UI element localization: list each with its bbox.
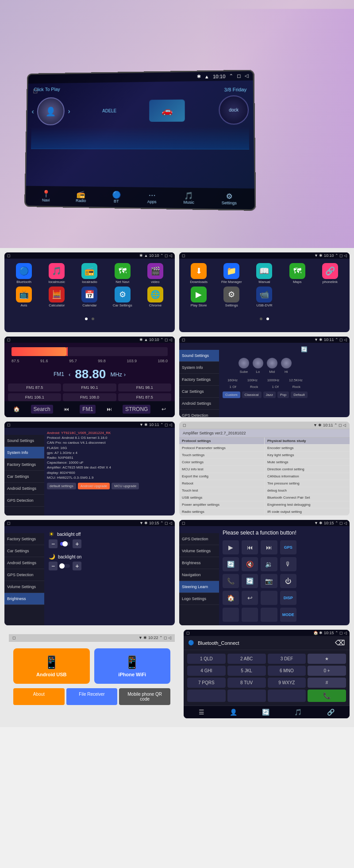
eng-cell-1l[interactable]: Protocol Parameter settings: [179, 445, 265, 451]
eng-cell-9l[interactable]: Power amplifier settings: [179, 501, 265, 508]
si-menu-car[interactable]: Car Settings: [4, 471, 44, 483]
si-menu-factory[interactable]: Factory Settings: [4, 459, 44, 471]
preset-jazz[interactable]: Jazz: [263, 391, 276, 398]
slider-off-thumb[interactable]: [62, 541, 68, 546]
st-menu-steering[interactable]: Steering Learn: [179, 581, 219, 593]
preset-6[interactable]: FM1 87.5: [118, 393, 171, 401]
radio-back[interactable]: ↩: [162, 406, 166, 412]
key-6[interactable]: 6 MNO: [268, 666, 306, 676]
preset-1[interactable]: FM1 87.5: [8, 384, 61, 391]
nav-radio[interactable]: 📻 Radio: [76, 190, 86, 203]
app-avis[interactable]: 📺 Avis: [9, 287, 39, 307]
bt-menu-icon[interactable]: ☰: [199, 709, 204, 716]
app-maps[interactable]: 🗺 Maps: [282, 263, 312, 284]
key-hash[interactable]: #: [308, 678, 346, 688]
app-chrome[interactable]: 🌐 Chrome: [140, 287, 170, 307]
br-menu-brightness[interactable]: Brightness: [4, 593, 44, 605]
st-menu-brightness[interactable]: Brightness: [179, 557, 219, 569]
gps-call[interactable]: 📞: [223, 574, 239, 588]
app-localradio[interactable]: 📻 localradio: [74, 263, 104, 284]
bt-backspace[interactable]: ⌫: [335, 639, 345, 647]
app-calculator[interactable]: 🧮 Calculator: [42, 287, 72, 307]
slider-on-minus[interactable]: −: [49, 562, 58, 570]
slider-on-thumb[interactable]: [59, 563, 65, 569]
eng-cell-8r[interactable]: Bluetooth Connect Pair Set: [265, 494, 350, 501]
bt-sync-icon[interactable]: 🔄: [262, 709, 269, 716]
eng-cell-6l[interactable]: Reboot: [179, 480, 265, 487]
tab-qr-code[interactable]: Mobile phone QR code: [119, 688, 170, 705]
gps-prev[interactable]: ⏮: [242, 540, 258, 554]
key-7[interactable]: 7 PQRS: [187, 678, 226, 688]
key-4[interactable]: 4 GHI: [187, 666, 226, 676]
key-2[interactable]: 2 ABC: [227, 654, 266, 664]
slider-off-minus[interactable]: −: [49, 539, 58, 548]
br-menu-volume[interactable]: Volume Settings: [4, 581, 44, 593]
bt-music-icon[interactable]: 🎵: [294, 709, 302, 716]
bt-contacts-icon[interactable]: 👤: [230, 709, 237, 716]
br-menu-gps[interactable]: GPS Detection: [4, 569, 44, 581]
br-menu-car[interactable]: Car Settings: [4, 545, 44, 557]
br-menu-factory[interactable]: Factory Settings: [4, 533, 44, 545]
mid-knob-circle[interactable]: [267, 358, 277, 368]
menu-factory[interactable]: Factory Settings: [179, 374, 219, 386]
app-calendar[interactable]: 📅 Calendar: [74, 287, 104, 307]
btn-mcu-upgrade[interactable]: MCU upgrade: [112, 483, 139, 489]
slider-on-plus[interactable]: +: [73, 562, 81, 570]
eng-cell-3r[interactable]: Mute settings: [265, 459, 350, 465]
br-menu-android[interactable]: Android Settings: [4, 557, 44, 569]
bt-link-icon[interactable]: 🔗: [327, 709, 335, 716]
prev-freq-btn[interactable]: ‹: [69, 371, 70, 378]
app-downloads[interactable]: ⬇ Downloads: [184, 263, 214, 284]
menu-sysinfo[interactable]: System Info: [179, 362, 219, 374]
gps-play[interactable]: ▶: [223, 540, 239, 554]
eng-cell-5r[interactable]: CANbus information: [265, 473, 350, 480]
eng-cell-2r[interactable]: Key light settings: [265, 452, 350, 458]
lo-knob-circle[interactable]: [253, 358, 263, 368]
key-star[interactable]: ★: [308, 654, 346, 664]
app-video[interactable]: 🎬 video: [140, 263, 170, 284]
radio-strong[interactable]: STRONG: [123, 405, 150, 414]
app-playstore[interactable]: ▶ Play Store: [184, 287, 214, 307]
gps-power[interactable]: ⏻: [280, 574, 296, 588]
gps-rotate[interactable]: 🔄: [242, 574, 258, 588]
gps-next[interactable]: ⏭: [261, 540, 277, 554]
st-menu-volume[interactable]: Volume Settings: [179, 545, 219, 557]
eng-cell-7l[interactable]: Touch test: [179, 487, 265, 494]
app-settings[interactable]: ⚙ Settings: [216, 287, 246, 307]
key-9[interactable]: 9 WXYZ: [268, 678, 306, 688]
gps-gps-btn[interactable]: GPS: [280, 540, 296, 554]
st-menu-gps[interactable]: GPS Detection: [179, 533, 219, 545]
preset-default[interactable]: Default: [291, 391, 307, 398]
tab-about[interactable]: About: [13, 688, 65, 705]
preset-pop[interactable]: Pop: [277, 391, 289, 398]
app-usbdvr[interactable]: 📹 USB-DVR: [249, 287, 279, 307]
app-phonelink[interactable]: 🔗 phonelink: [315, 263, 345, 284]
preset-classical[interactable]: Classical: [242, 391, 262, 398]
app-netnavi[interactable]: 🗺 Net Navi: [108, 263, 138, 284]
hi-knob-circle[interactable]: [281, 358, 292, 368]
eng-cell-4r[interactable]: Direction control setting: [265, 466, 350, 473]
eng-cell-7r[interactable]: debug touch: [265, 487, 350, 494]
gps-back[interactable]: ↩: [242, 591, 258, 605]
gps-camera[interactable]: 📷: [261, 574, 277, 588]
app-localmusic[interactable]: 🎵 localmusic: [42, 263, 72, 284]
brightness-home-btn[interactable]: ◻: [7, 521, 10, 525]
eng-cell-9r[interactable]: Engineering test debugging: [265, 501, 350, 508]
menu-android[interactable]: Android Settings: [179, 398, 219, 410]
preset-4[interactable]: FM1 106.1: [8, 393, 61, 401]
preset-2[interactable]: FM1 90.1: [63, 384, 116, 391]
eq-home-btn[interactable]: ◻: [182, 337, 185, 342]
preset-5[interactable]: FM1 108.0: [63, 393, 116, 401]
sube-knob-circle[interactable]: [239, 358, 249, 368]
si-menu-sysinfo[interactable]: System Info: [4, 447, 44, 459]
si-menu-gps[interactable]: GPS Detection: [4, 495, 44, 507]
eng-cell-1r[interactable]: Encoder settings: [265, 445, 350, 451]
key-8[interactable]: 8 TUV: [227, 678, 266, 688]
steering-home-btn[interactable]: ◻: [182, 521, 185, 525]
eng-cell-10r[interactable]: IR code output setting: [265, 508, 350, 515]
radio-home-btn[interactable]: ◻: [7, 337, 10, 342]
st-menu-navigation[interactable]: Navigation: [179, 569, 219, 581]
iphone-option[interactable]: 📱 iPhone WiFi: [94, 648, 171, 684]
next-btn[interactable]: ›: [68, 107, 70, 115]
eq-refresh-btn[interactable]: 🔄: [301, 346, 308, 353]
